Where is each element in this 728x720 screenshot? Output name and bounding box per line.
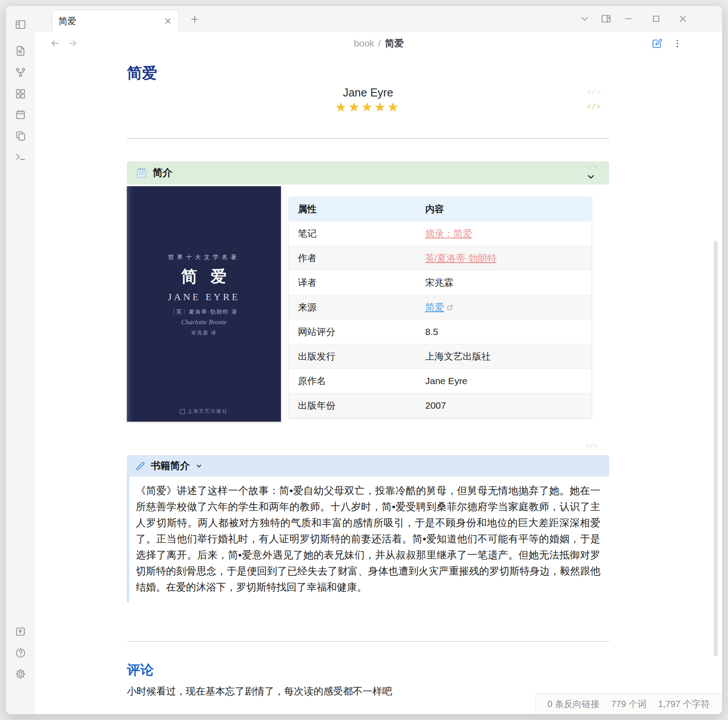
edit-source-icon[interactable]: </> — [587, 100, 601, 115]
cover-publisher: 上海文艺出版社 — [127, 408, 281, 414]
status-bar: 0 条反向链接 779 个词 1,797 个字符 — [536, 693, 722, 714]
word-count: 779 个词 — [611, 698, 646, 710]
pencil-icon — [136, 461, 145, 471]
notepad-icon — [136, 167, 147, 179]
page-title: 简爱 — [127, 63, 609, 83]
edit-source-icon[interactable]: </> — [586, 443, 598, 450]
table-row: 作者 英/夏洛蒂·勃朗特 — [289, 246, 591, 270]
table-row: 网站评分 8.5 — [289, 319, 591, 344]
breadcrumb-separator: / — [378, 38, 381, 49]
external-link-icon — [447, 304, 453, 311]
chevron-down-icon[interactable] — [579, 13, 590, 24]
properties-table-wrap: 属性 内容 笔记 摘录：简爱 作者 英/夏洛蒂·勃朗特 译者 — [289, 197, 591, 422]
publisher-logo — [180, 409, 185, 414]
breadcrumb: book / 简爱 — [35, 32, 722, 55]
summary-callout: </> 书籍简介 《简爱》讲述了这样一个故事：简•爱自幼父母双亡，投靠冷酷的舅母… — [127, 455, 609, 603]
char-count: 1,797 个字符 — [658, 698, 710, 710]
divider — [127, 138, 609, 139]
graph-icon[interactable] — [15, 67, 26, 78]
minimize-icon[interactable] — [623, 13, 634, 24]
cover-title-en: JANE EYRE — [127, 291, 281, 303]
more-options-icon[interactable] — [672, 38, 683, 49]
intro-callout-header[interactable]: 简介 </> — [127, 161, 609, 184]
intro-callout-title: 简介 — [153, 166, 172, 180]
author-link[interactable]: 英/夏洛蒂·勃朗特 — [425, 253, 497, 263]
cover-tagline: 世界十大文学名著 — [127, 253, 281, 261]
subtitle-row: Jane Eyre </> — [127, 85, 609, 100]
sidebar-left-toggle-icon[interactable] — [15, 19, 26, 30]
edit-icon[interactable] — [652, 38, 663, 49]
subtitle-text: Jane Eyre — [343, 86, 393, 99]
help-icon[interactable] — [15, 647, 26, 659]
edit-source-icon[interactable]: </> — [587, 85, 601, 100]
table-row: 译者 宋兆霖 — [289, 270, 591, 295]
properties-table: 属性 内容 笔记 摘录：简爱 作者 英/夏洛蒂·勃朗特 译者 — [289, 197, 591, 418]
files-icon[interactable] — [15, 130, 26, 142]
summary-callout-body: 《简爱》讲述了这样一个故事：简•爱自幼父母双亡，投靠冷酷的舅母，但舅母无情地抛弃… — [127, 477, 609, 603]
tab-jane-eyre[interactable]: 简爱 — [52, 9, 179, 32]
cover-translator: 宋兆霖 译 — [127, 330, 281, 336]
backlinks-count[interactable]: 0 条反向链接 — [548, 698, 600, 710]
divider — [127, 641, 609, 642]
edit-source-icon[interactable]: </> — [586, 163, 598, 171]
app-window: 简爱 book / — [5, 5, 723, 715]
collapse-chevron-icon[interactable] — [195, 462, 203, 470]
col-header-attr: 属性 — [289, 197, 416, 221]
table-row: 出版年份 2007 — [289, 393, 591, 418]
screen: 简爱 book / — [0, 0, 728, 720]
tab-close-icon[interactable] — [163, 17, 172, 25]
summary-callout-header[interactable]: 书籍简介 — [127, 455, 609, 477]
table-row: 笔记 摘录：简爱 — [289, 221, 591, 246]
panel-right-icon[interactable] — [601, 13, 611, 24]
maximize-icon[interactable] — [651, 13, 661, 24]
tab-bar: 简爱 — [35, 6, 722, 32]
cover-author: 〔英〕夏洛蒂·勃朗特 著 — [127, 308, 281, 316]
breadcrumb-current: 简爱 — [385, 37, 404, 50]
terminal-icon[interactable] — [15, 151, 26, 163]
new-tab-icon[interactable] — [189, 14, 200, 25]
note-body[interactable]: 简爱 Jane Eyre </> ★★★★★ </> 简介 </> — [35, 55, 722, 714]
intro-content: 世界十大文学名著 简爱 JANE EYRE 〔英〕夏洛蒂·勃朗特 著 Charl… — [127, 186, 609, 422]
note-link[interactable]: 摘录：简爱 — [425, 228, 472, 239]
file-search-icon[interactable] — [15, 45, 26, 57]
rating-stars: ★★★★★ — [335, 100, 401, 114]
cover-author-en: Charlotte Bronte — [127, 318, 281, 326]
rating-row: ★★★★★ </> — [127, 100, 609, 115]
table-header-row: 属性 内容 — [289, 197, 591, 221]
note-header: book / 简爱 — [35, 32, 722, 55]
table-row: 出版发行 上海文艺出版社 — [289, 344, 591, 368]
vertical-scrollbar[interactable] — [714, 241, 718, 656]
book-cover-image: 世界十大文学名著 简爱 JANE EYRE 〔英〕夏洛蒂·勃朗特 著 Charl… — [127, 186, 281, 422]
calendar-icon[interactable] — [15, 109, 26, 121]
col-header-content: 内容 — [416, 197, 591, 221]
settings-icon[interactable] — [15, 668, 26, 680]
comments-heading: 评论 — [127, 661, 609, 678]
table-row: 原作名 Jane Eyre — [289, 368, 591, 393]
table-row: 来源 简爱 — [289, 295, 591, 319]
cover-title: 简爱 — [127, 266, 281, 288]
summary-text: 《简爱》讲述了这样一个故事：简•爱自幼父母双亡，投靠冷酷的舅母，但舅母无情地抛弃… — [136, 483, 600, 595]
left-ribbon — [6, 6, 36, 714]
source-link[interactable]: 简爱 — [425, 302, 444, 312]
tab-title: 简爱 — [59, 15, 163, 27]
vault-icon[interactable] — [15, 626, 26, 637]
breadcrumb-parent[interactable]: book — [354, 38, 374, 49]
layout-grid-icon[interactable] — [15, 88, 26, 100]
summary-callout-title: 书籍简介 — [151, 459, 190, 473]
close-icon[interactable] — [678, 13, 688, 24]
collapse-chevron-icon[interactable] — [586, 172, 596, 182]
